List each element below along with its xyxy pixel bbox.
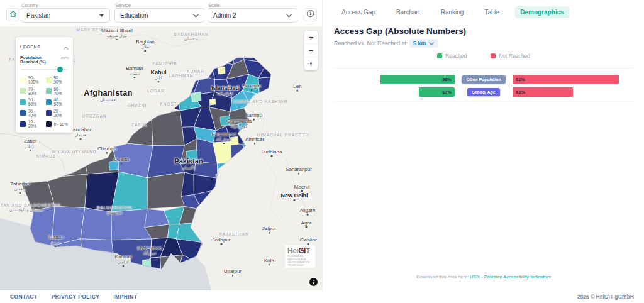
footer-link-contact[interactable]: CONTACT (10, 294, 38, 300)
map-legend: LEGEND Population Reached (%) 85% 90 - 1… (16, 37, 73, 133)
category-pill: Other Population (462, 75, 505, 84)
info-button[interactable] (304, 8, 317, 21)
legend-class: 0 - 10% (46, 119, 69, 128)
not-reached-bar: 63% (513, 87, 573, 97)
reached-bar: 38% (380, 75, 455, 84)
service-label: Service (115, 3, 131, 8)
reached-bar: 37% (419, 87, 455, 97)
footer-link-privacy-policy[interactable]: PRIVACY POLICY (52, 294, 100, 300)
divider (334, 68, 633, 69)
chevron-up-icon[interactable] (64, 41, 69, 52)
footer: CONTACTPRIVACY POLICYIMPRINT 2026 © HeiG… (0, 290, 644, 303)
logo-text-hei: Hei (287, 246, 298, 255)
logo-subtext: HEIDELBERG INSTITUTE FOR GEOINFORMATION … (287, 255, 313, 267)
map-canvas[interactable]: MARY REGIONBADAKHSHANبدخشانMazar-i-Shari… (0, 26, 322, 290)
map-toolbar: Country Pakistan Service Education Scale… (0, 0, 322, 26)
country-label: Country (21, 3, 38, 8)
zoom-in-button[interactable]: + (304, 31, 318, 44)
chart-title: Access Gap (Absolute Numbers) (334, 26, 466, 36)
home-button[interactable] (6, 8, 19, 21)
panel-tabs: Access GapBarchartRankingTableDemographi… (336, 6, 569, 18)
service-select[interactable]: Education (114, 8, 204, 23)
legend-class: 90 - 100% (20, 75, 43, 84)
scale-value: Admin 2 (213, 12, 236, 19)
tab-ranking[interactable]: Ranking (436, 6, 469, 18)
footer-link-imprint[interactable]: IMPRINT (113, 294, 137, 300)
distance-select[interactable]: 5 km (409, 39, 438, 48)
chart-subtitle-text: Reached vs. Not Reached at (334, 40, 406, 47)
app: Country Pakistan Service Education Scale… (0, 0, 644, 303)
country-select[interactable]: Pakistan (21, 8, 110, 23)
legend-class: 40 - 50% (46, 97, 69, 106)
home-icon (9, 9, 18, 21)
zoom-out-button[interactable]: − (304, 44, 318, 57)
tab-demographics[interactable]: Demographics (515, 6, 569, 18)
tab-access-gap[interactable]: Access Gap (336, 6, 380, 18)
legend-class: 70 - 80% (20, 87, 43, 96)
download-link[interactable]: HDX - Pakistan Accessibility Indicators (470, 274, 550, 280)
legend-class: 60 - 70% (46, 87, 69, 96)
legend-class: 50 - 60% (20, 97, 43, 106)
logo-accent-marks (300, 245, 306, 253)
legend-layer-name: Population Reached (%) (20, 55, 61, 64)
legend-opacity-value: 85% (61, 56, 69, 60)
distance-value: 5 km (413, 40, 426, 47)
service-value: Education (120, 12, 148, 19)
chart-legend: ReachedNot Reached (323, 53, 644, 59)
opacity-slider-knob[interactable] (57, 67, 63, 72)
legend-class: 80 - 90% (46, 75, 69, 84)
chevron-down-icon (193, 14, 199, 18)
legend-entry-not-reached: Not Reached (491, 53, 530, 59)
chart-subtitle: Reached vs. Not Reached at 5 km (334, 39, 438, 48)
download-text: Download this data here: (416, 274, 469, 280)
map-zoom-controls: + − (304, 31, 318, 70)
country-value: Pakistan (26, 12, 50, 19)
info-icon (306, 9, 315, 21)
divider (334, 101, 633, 102)
tab-table[interactable]: Table (479, 6, 504, 18)
bar-chart: 38%Other Population62%37%School Age63% (380, 75, 626, 97)
attribution-button[interactable]: i (309, 278, 318, 286)
legend-entry-reached: Reached (437, 53, 467, 59)
compass-button[interactable] (304, 57, 318, 70)
legend-class: 30 - 40% (20, 109, 43, 118)
legend-class: 20 - 30% (46, 109, 69, 118)
scale-label: Scale (208, 3, 220, 8)
not-reached-bar: 62% (513, 75, 619, 84)
caret-down-icon (99, 14, 104, 18)
heigit-logo: HeiGIT HEIDELBERG INSTITUTE FOR GEOINFOR… (285, 245, 315, 268)
footer-links: CONTACTPRIVACY POLICYIMPRINT (10, 294, 137, 300)
legend-class: 10 - 20% (20, 119, 43, 128)
chevron-down-icon (286, 14, 292, 18)
category-pill: School Age (467, 88, 499, 96)
analysis-panel: Access GapBarchartRankingTableDemographi… (322, 0, 644, 290)
chevron-down-icon (429, 42, 434, 45)
scale-select[interactable]: Admin 2 (208, 8, 297, 23)
download-note: Download this data here: HDX - Pakistan … (323, 274, 644, 280)
tab-barchart[interactable]: Barchart (391, 6, 425, 18)
legend-title: LEGEND (20, 45, 41, 49)
copyright: 2026 © HeiGIT gGmbH (577, 294, 634, 300)
opacity-slider[interactable] (21, 67, 68, 72)
